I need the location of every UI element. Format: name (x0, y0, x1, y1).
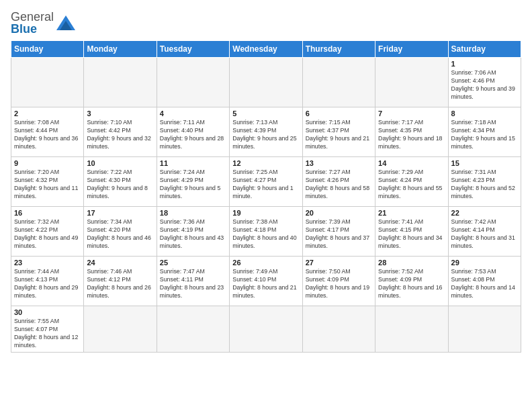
day-info: Sunrise: 7:13 AMSunset: 4:39 PMDaylight:… (232, 119, 299, 151)
calendar-cell (302, 58, 375, 107)
calendar-cell: 2Sunrise: 7:08 AMSunset: 4:44 PMDaylight… (11, 107, 84, 157)
weekday-friday: Friday (375, 41, 448, 58)
calendar-cell: 16Sunrise: 7:32 AMSunset: 4:22 PMDayligh… (11, 207, 84, 257)
day-number: 16 (14, 209, 81, 217)
logo-icon (56, 15, 75, 30)
calendar-cell (375, 306, 448, 353)
day-number: 29 (451, 259, 518, 267)
weekday-header-row: SundayMondayTuesdayWednesdayThursdayFrid… (11, 41, 521, 58)
day-info: Sunrise: 7:39 AMSunset: 4:17 PMDaylight:… (306, 218, 372, 250)
day-number: 23 (14, 259, 81, 267)
day-info: Sunrise: 7:17 AMSunset: 4:35 PMDaylight:… (378, 119, 445, 151)
calendar-cell (84, 306, 157, 353)
day-number: 20 (306, 209, 372, 217)
day-number: 10 (87, 159, 153, 167)
day-info: Sunrise: 7:50 AMSunset: 4:09 PMDaylight:… (306, 268, 372, 300)
day-number: 17 (87, 209, 153, 217)
day-number: 2 (14, 109, 81, 118)
calendar-week-1: 1Sunrise: 7:06 AMSunset: 4:46 PMDaylight… (11, 58, 521, 107)
day-info: Sunrise: 7:10 AMSunset: 4:42 PMDaylight:… (87, 119, 153, 151)
calendar-cell: 25Sunrise: 7:47 AMSunset: 4:11 PMDayligh… (157, 257, 229, 306)
calendar-cell (11, 58, 84, 107)
day-info: Sunrise: 7:34 AMSunset: 4:20 PMDaylight:… (87, 218, 153, 250)
calendar-week-3: 9Sunrise: 7:20 AMSunset: 4:32 PMDaylight… (11, 157, 521, 207)
day-number: 30 (14, 308, 81, 316)
day-info: Sunrise: 7:18 AMSunset: 4:34 PMDaylight:… (451, 119, 518, 151)
day-number: 12 (232, 159, 299, 167)
calendar-cell: 4Sunrise: 7:11 AMSunset: 4:40 PMDaylight… (157, 107, 229, 157)
calendar-cell: 9Sunrise: 7:20 AMSunset: 4:32 PMDaylight… (11, 157, 84, 207)
day-info: Sunrise: 7:27 AMSunset: 4:26 PMDaylight:… (306, 169, 372, 201)
day-info: Sunrise: 7:36 AMSunset: 4:19 PMDaylight:… (160, 218, 226, 250)
day-info: Sunrise: 7:38 AMSunset: 4:18 PMDaylight:… (232, 218, 299, 250)
calendar-cell: 17Sunrise: 7:34 AMSunset: 4:20 PMDayligh… (84, 207, 157, 257)
day-info: Sunrise: 7:52 AMSunset: 4:09 PMDaylight:… (378, 268, 445, 300)
day-info: Sunrise: 7:49 AMSunset: 4:10 PMDaylight:… (232, 268, 299, 300)
day-number: 15 (451, 159, 518, 167)
calendar-cell: 20Sunrise: 7:39 AMSunset: 4:17 PMDayligh… (302, 207, 375, 257)
weekday-monday: Monday (84, 41, 157, 58)
day-info: Sunrise: 7:31 AMSunset: 4:23 PMDaylight:… (451, 169, 518, 201)
calendar-cell (448, 306, 521, 353)
weekday-wednesday: Wednesday (230, 41, 302, 58)
day-number: 6 (306, 109, 372, 118)
calendar-cell: 1Sunrise: 7:06 AMSunset: 4:46 PMDaylight… (448, 58, 521, 107)
day-number: 4 (160, 109, 226, 118)
calendar-cell: 5Sunrise: 7:13 AMSunset: 4:39 PMDaylight… (230, 107, 302, 157)
calendar-cell: 14Sunrise: 7:29 AMSunset: 4:24 PMDayligh… (375, 157, 448, 207)
day-number: 27 (306, 259, 372, 267)
calendar-cell: 22Sunrise: 7:42 AMSunset: 4:14 PMDayligh… (448, 207, 521, 257)
calendar-cell: 7Sunrise: 7:17 AMSunset: 4:35 PMDaylight… (375, 107, 448, 157)
calendar-cell: 30Sunrise: 7:55 AMSunset: 4:07 PMDayligh… (11, 306, 84, 353)
calendar-cell (157, 306, 229, 353)
weekday-saturday: Saturday (448, 41, 521, 58)
day-info: Sunrise: 7:08 AMSunset: 4:44 PMDaylight:… (14, 119, 81, 151)
day-info: Sunrise: 7:06 AMSunset: 4:46 PMDaylight:… (451, 69, 518, 101)
calendar-week-4: 16Sunrise: 7:32 AMSunset: 4:22 PMDayligh… (11, 207, 521, 257)
weekday-thursday: Thursday (302, 41, 375, 58)
calendar-cell: 29Sunrise: 7:53 AMSunset: 4:08 PMDayligh… (448, 257, 521, 306)
day-info: Sunrise: 7:15 AMSunset: 4:37 PMDaylight:… (306, 119, 372, 151)
day-number: 1 (451, 60, 518, 68)
logo: General Blue (11, 11, 75, 35)
day-number: 28 (378, 259, 445, 267)
logo-blue-text: Blue (11, 22, 37, 36)
calendar-cell: 10Sunrise: 7:22 AMSunset: 4:30 PMDayligh… (84, 157, 157, 207)
calendar-table: SundayMondayTuesdayWednesdayThursdayFrid… (11, 40, 521, 353)
calendar-cell: 11Sunrise: 7:24 AMSunset: 4:29 PMDayligh… (157, 157, 229, 207)
header: General Blue (11, 11, 521, 35)
weekday-tuesday: Tuesday (157, 41, 229, 58)
calendar-cell: 24Sunrise: 7:46 AMSunset: 4:12 PMDayligh… (84, 257, 157, 306)
day-number: 7 (378, 109, 445, 118)
calendar-week-5: 23Sunrise: 7:44 AMSunset: 4:13 PMDayligh… (11, 257, 521, 306)
day-number: 21 (378, 209, 445, 217)
day-info: Sunrise: 7:25 AMSunset: 4:27 PMDaylight:… (232, 169, 299, 201)
day-number: 25 (160, 259, 226, 267)
day-info: Sunrise: 7:22 AMSunset: 4:30 PMDaylight:… (87, 169, 153, 201)
day-info: Sunrise: 7:20 AMSunset: 4:32 PMDaylight:… (14, 169, 81, 201)
day-info: Sunrise: 7:46 AMSunset: 4:12 PMDaylight:… (87, 268, 153, 300)
day-info: Sunrise: 7:44 AMSunset: 4:13 PMDaylight:… (14, 268, 81, 300)
calendar-cell: 27Sunrise: 7:50 AMSunset: 4:09 PMDayligh… (302, 257, 375, 306)
day-info: Sunrise: 7:41 AMSunset: 4:15 PMDaylight:… (378, 218, 445, 250)
day-info: Sunrise: 7:32 AMSunset: 4:22 PMDaylight:… (14, 218, 81, 250)
calendar-cell (84, 58, 157, 107)
calendar-cell: 28Sunrise: 7:52 AMSunset: 4:09 PMDayligh… (375, 257, 448, 306)
day-number: 3 (87, 109, 153, 118)
day-number: 13 (306, 159, 372, 167)
day-info: Sunrise: 7:53 AMSunset: 4:08 PMDaylight:… (451, 268, 518, 300)
day-info: Sunrise: 7:11 AMSunset: 4:40 PMDaylight:… (160, 119, 226, 151)
calendar-cell: 26Sunrise: 7:49 AMSunset: 4:10 PMDayligh… (230, 257, 302, 306)
calendar-cell: 13Sunrise: 7:27 AMSunset: 4:26 PMDayligh… (302, 157, 375, 207)
day-number: 18 (160, 209, 226, 217)
day-info: Sunrise: 7:47 AMSunset: 4:11 PMDaylight:… (160, 268, 226, 300)
calendar-cell: 21Sunrise: 7:41 AMSunset: 4:15 PMDayligh… (375, 207, 448, 257)
calendar-cell (230, 306, 302, 353)
calendar-cell (375, 58, 448, 107)
day-number: 9 (14, 159, 81, 167)
day-info: Sunrise: 7:55 AMSunset: 4:07 PMDaylight:… (14, 318, 81, 350)
calendar-cell (230, 58, 302, 107)
calendar-cell (157, 58, 229, 107)
day-info: Sunrise: 7:29 AMSunset: 4:24 PMDaylight:… (378, 169, 445, 201)
day-info: Sunrise: 7:42 AMSunset: 4:14 PMDaylight:… (451, 218, 518, 250)
